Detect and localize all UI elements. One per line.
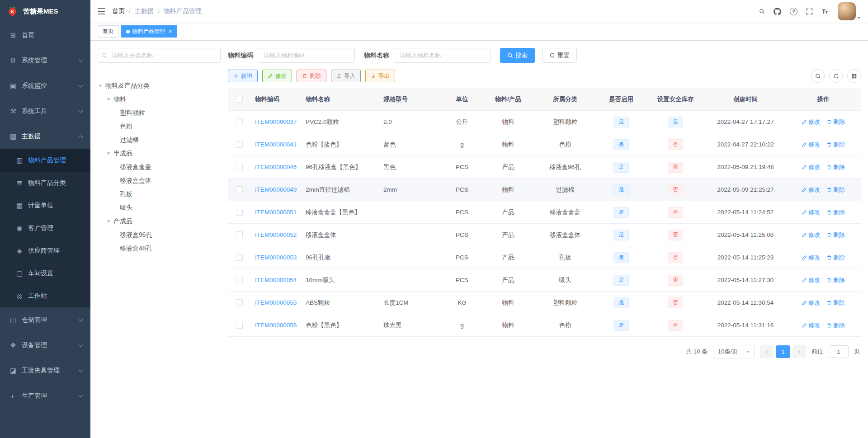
sidebar-item-device-mgmt[interactable]: ❖设备管理 [0, 333, 90, 358]
edit-row-link[interactable]: 修改 [802, 118, 820, 126]
row-checkbox[interactable] [236, 231, 243, 238]
page-1-button[interactable]: 1 [776, 345, 790, 358]
header-search-icon[interactable] [759, 9, 765, 14]
help-icon[interactable] [790, 8, 797, 15]
select-all-checkbox[interactable] [236, 96, 243, 103]
tree-node[interactable]: 过滤棉 [98, 133, 221, 147]
sidebar-item-warehouse-mgmt[interactable]: ◫仓储管理 [0, 307, 90, 333]
tree-node[interactable]: 塑料颗粒 [98, 106, 221, 120]
tree-node[interactable]: 物料及产品分类 [98, 79, 221, 93]
delete-row-link[interactable]: 删除 [826, 141, 845, 149]
delete-row-link[interactable]: 删除 [826, 276, 845, 284]
sidebar-subitem-workshop-setting[interactable]: ▢车间设置 [0, 262, 90, 285]
goto-page-input[interactable] [829, 345, 849, 358]
sidebar-subitem-material-product-category[interactable]: ≣物料产品分类 [0, 172, 90, 194]
github-icon[interactable] [774, 8, 781, 15]
row-checkbox[interactable] [236, 141, 243, 148]
tree-node[interactable]: 移液盒96孔 [98, 228, 221, 242]
sidebar-item-fixture-mgmt[interactable]: ◪工装夹具管理 [0, 358, 90, 383]
sidebar-item-system-monitor[interactable]: ▣系统监控 [0, 73, 90, 99]
tree-node[interactable]: 色粉 [98, 120, 221, 133]
edit-row-link[interactable]: 修改 [802, 276, 820, 284]
item-code-link[interactable]: ITEM00000046 [255, 164, 297, 170]
breadcrumb-item[interactable]: 物料产品管理 [164, 7, 202, 15]
sidebar-item-system-admin[interactable]: ⚙系统管理 [0, 48, 90, 73]
tree-node[interactable]: 吸头 [98, 201, 221, 215]
delete-row-link[interactable]: 删除 [826, 231, 845, 239]
delete-row-link[interactable]: 删除 [826, 208, 845, 217]
search-button[interactable]: 搜索 [500, 48, 535, 63]
refresh-table-button[interactable] [829, 69, 843, 83]
edit-row-link[interactable]: 修改 [802, 208, 820, 217]
item-code-input[interactable] [258, 48, 355, 63]
item-code-link[interactable]: ITEM00000051 [255, 209, 297, 216]
row-checkbox[interactable] [236, 277, 243, 283]
edit-row-link[interactable]: 修改 [802, 231, 820, 239]
edit-row-link[interactable]: 修改 [802, 141, 820, 149]
edit-row-link[interactable]: 修改 [802, 299, 820, 307]
item-code-link[interactable]: ITEM00000056 [255, 322, 297, 329]
item-code-link[interactable]: ITEM00000052 [255, 231, 297, 238]
close-icon[interactable]: × [169, 28, 172, 34]
row-checkbox[interactable] [236, 164, 243, 170]
row-checkbox[interactable] [236, 209, 243, 216]
tree-node[interactable]: 孔板 [98, 188, 221, 201]
item-code-link[interactable]: ITEM00000055 [255, 299, 297, 306]
sidebar-subitem-workstation[interactable]: ◎工作站 [0, 285, 90, 307]
delete-row-link[interactable]: 删除 [826, 321, 845, 330]
item-code-link[interactable]: ITEM00000037 [255, 118, 297, 125]
delete-row-link[interactable]: 删除 [826, 186, 845, 194]
tab-home[interactable]: 首页 [98, 25, 118, 38]
tree-node[interactable]: 移液盒盒体 [98, 174, 221, 188]
sidebar-item-production-mgmt[interactable]: ◐生产管理 [0, 383, 90, 409]
edit-row-link[interactable]: 修改 [802, 321, 820, 330]
item-code-link[interactable]: ITEM00000054 [255, 277, 297, 283]
row-checkbox[interactable] [236, 118, 243, 125]
breadcrumb-item[interactable]: 首页 [112, 7, 125, 15]
edit-row-link[interactable]: 修改 [802, 186, 820, 194]
breadcrumb-item[interactable]: 主数据 [135, 7, 154, 15]
sidebar-subitem-measure-unit[interactable]: ▦计量单位 [0, 194, 90, 217]
delete-row-link[interactable]: 删除 [826, 254, 845, 262]
delete-row-link[interactable]: 删除 [826, 118, 845, 126]
hamburger-icon[interactable] [98, 8, 106, 15]
reset-button[interactable]: 重置 [542, 48, 577, 63]
delete-row-link[interactable]: 删除 [826, 299, 845, 307]
export-button[interactable]: 导出 [365, 70, 395, 82]
delete-button[interactable]: 删除 [297, 70, 326, 82]
toggle-search-button[interactable] [811, 69, 825, 83]
page-size-select[interactable]: 10条/页 [713, 345, 755, 358]
item-name-input[interactable] [394, 48, 491, 63]
sidebar-item-master-data[interactable]: ▤主数据 [0, 124, 90, 149]
edit-button[interactable]: 修改 [262, 70, 292, 82]
sidebar-item-system-tools[interactable]: ⚒系统工具 [0, 99, 90, 124]
item-code-link[interactable]: ITEM00000053 [255, 254, 297, 261]
row-checkbox[interactable] [236, 254, 243, 261]
sidebar-subitem-material-product-mgmt[interactable]: ▥物料产品管理 [0, 149, 90, 172]
row-checkbox[interactable] [236, 299, 243, 306]
tree-node[interactable]: 物料 [98, 93, 221, 106]
next-page-button[interactable]: › [793, 345, 806, 358]
edit-row-link[interactable]: 修改 [802, 254, 820, 262]
category-search-input[interactable] [98, 48, 221, 63]
tree-node[interactable]: 半成品 [98, 147, 221, 160]
font-size-icon[interactable] [821, 8, 828, 15]
item-code-link[interactable]: ITEM00000049 [255, 186, 297, 193]
column-settings-button[interactable] [847, 69, 861, 83]
sidebar-subitem-customer-mgmt[interactable]: ◉客户管理 [0, 217, 90, 240]
user-avatar[interactable] [838, 2, 861, 20]
row-checkbox[interactable] [236, 322, 243, 329]
sidebar-item-home[interactable]: ⊞首页 [0, 23, 90, 48]
tree-node[interactable]: 产成品 [98, 215, 221, 228]
import-button[interactable]: 导入 [331, 70, 361, 82]
add-button[interactable]: 新增 [228, 70, 258, 82]
tree-node[interactable]: 移液盒盒盖 [98, 160, 221, 174]
fullscreen-icon[interactable] [806, 8, 813, 15]
sidebar-subitem-supplier-mgmt[interactable]: ◈供应商管理 [0, 240, 90, 262]
tree-node[interactable]: 移液盒48孔 [98, 242, 221, 255]
edit-row-link[interactable]: 修改 [802, 163, 820, 171]
tab-material-product[interactable]: 物料产品管理 × [121, 25, 177, 38]
prev-page-button[interactable]: ‹ [760, 345, 774, 358]
delete-row-link[interactable]: 删除 [826, 163, 845, 171]
row-checkbox[interactable] [236, 186, 243, 193]
